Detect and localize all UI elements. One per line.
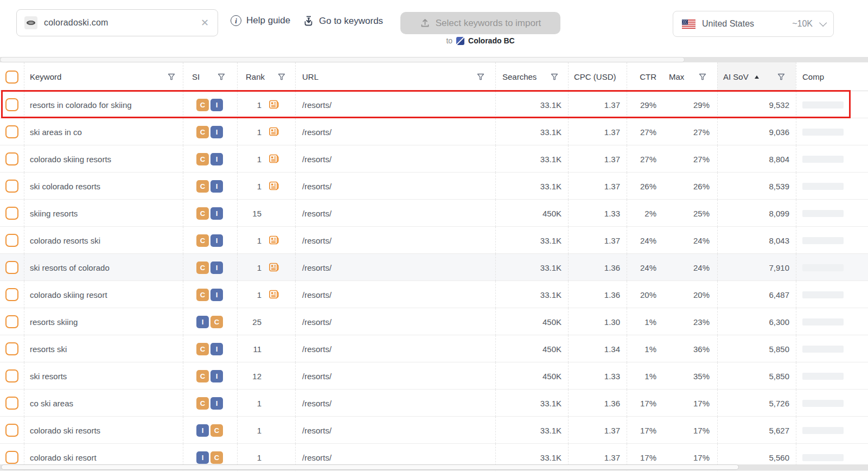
row-checkbox[interactable] bbox=[5, 397, 18, 410]
table-row[interactable]: colorado resorts ski CI 1 bbox=[0, 227, 868, 254]
serp-features-icon[interactable] bbox=[269, 181, 280, 192]
filter-icon[interactable] bbox=[551, 73, 558, 81]
domain-search-input[interactable]: coloradoski.com ✕ bbox=[16, 9, 218, 36]
filter-icon[interactable] bbox=[218, 73, 225, 81]
keyword-text[interactable]: resorts ski bbox=[24, 345, 67, 354]
column-header-ctr[interactable]: CTR bbox=[627, 62, 665, 91]
select-all-checkbox[interactable] bbox=[5, 71, 18, 84]
table-row[interactable]: resorts skiing IC 25 bbox=[0, 308, 868, 335]
serp-features-icon[interactable] bbox=[269, 235, 280, 246]
ctr-cell: 24% bbox=[627, 227, 665, 254]
table-row[interactable]: co ski areas CI 1 bbox=[0, 390, 868, 417]
cpc-value: 1.37 bbox=[569, 100, 627, 110]
column-header-keyword[interactable]: Keyword bbox=[24, 62, 183, 91]
table-row[interactable]: ski areas in co CI 1 bbox=[0, 118, 868, 145]
table-row[interactable]: colorado ski resorts IC 1 bbox=[0, 417, 868, 444]
clear-search-icon[interactable]: ✕ bbox=[200, 17, 210, 29]
filter-icon[interactable] bbox=[168, 73, 175, 81]
column-header-rank[interactable]: Rank bbox=[237, 62, 295, 91]
table-row[interactable]: ski colorado resorts CI 1 bbox=[0, 173, 868, 200]
table-row[interactable]: skiing resorts CI 15 bbox=[0, 200, 868, 227]
keyword-text[interactable]: resorts skiing bbox=[24, 317, 78, 327]
serp-features-icon[interactable] bbox=[269, 289, 280, 300]
url-text[interactable]: /resorts/ bbox=[296, 399, 331, 408]
keyword-text[interactable]: skiing resorts bbox=[24, 209, 78, 218]
table-row[interactable]: colorado skiing resorts CI 1 bbox=[0, 145, 868, 173]
go-to-keywords-button[interactable]: Go to keywords bbox=[303, 15, 383, 27]
column-header-ai-sov[interactable]: AI SoV bbox=[717, 62, 796, 91]
row-checkbox[interactable] bbox=[5, 315, 18, 328]
column-header-url[interactable]: URL bbox=[295, 62, 495, 91]
keyword-text[interactable]: colorado resorts ski bbox=[24, 236, 100, 245]
domain-search-value[interactable]: coloradoski.com bbox=[44, 18, 193, 28]
url-text[interactable]: /resorts/ bbox=[296, 263, 331, 272]
row-checkbox[interactable] bbox=[5, 261, 18, 274]
url-text[interactable]: /resorts/ bbox=[296, 290, 331, 299]
table-row[interactable]: ski resorts of colorado CI 1 bbox=[0, 254, 868, 281]
ai-sov-value: 9,532 bbox=[718, 100, 796, 110]
url-text[interactable]: /resorts/ bbox=[296, 372, 331, 381]
filter-icon[interactable] bbox=[278, 73, 285, 81]
country-volume-dropdown[interactable]: United States ~10K bbox=[673, 11, 834, 37]
column-header-comp[interactable]: Comp bbox=[796, 62, 868, 91]
column-header-searches[interactable]: Searches bbox=[495, 62, 568, 91]
row-checkbox[interactable] bbox=[5, 234, 18, 247]
scrollbar-thumb[interactable] bbox=[0, 57, 685, 62]
horizontal-scrollbar-bottom[interactable] bbox=[0, 464, 868, 470]
url-text[interactable]: /resorts/ bbox=[296, 127, 331, 137]
url-text[interactable]: /resorts/ bbox=[296, 236, 331, 245]
keyword-text[interactable]: resorts in colorado for skiing bbox=[24, 100, 132, 110]
table-row[interactable]: resorts in colorado for skiing CI 1 bbox=[0, 91, 868, 118]
serp-features-icon[interactable] bbox=[269, 262, 280, 273]
row-checkbox[interactable] bbox=[5, 152, 18, 165]
help-guide-button[interactable]: i Help guide bbox=[231, 15, 290, 26]
keyword-text[interactable]: colorado skiing resorts bbox=[24, 155, 111, 164]
row-checkbox[interactable] bbox=[5, 207, 18, 220]
table-row[interactable]: colorado skiing resort CI 1 bbox=[0, 281, 868, 308]
url-text[interactable]: /resorts/ bbox=[296, 155, 331, 164]
max-header-label: Max bbox=[665, 72, 684, 81]
keyword-text[interactable]: colorado ski resort bbox=[24, 453, 97, 462]
url-text[interactable]: /resorts/ bbox=[296, 182, 331, 191]
select-keywords-import-button[interactable]: Select keywords to import bbox=[400, 12, 560, 34]
column-header-si[interactable]: SI bbox=[183, 62, 237, 91]
filter-icon[interactable] bbox=[699, 73, 706, 81]
url-text[interactable]: /resorts/ bbox=[296, 209, 331, 218]
filter-icon[interactable] bbox=[777, 73, 785, 81]
serp-features-icon[interactable] bbox=[269, 154, 280, 164]
row-checkbox[interactable] bbox=[5, 125, 18, 138]
keyword-text[interactable]: ski resorts of colorado bbox=[24, 263, 110, 272]
keyword-text[interactable]: ski colorado resorts bbox=[24, 182, 100, 191]
competition-bar bbox=[802, 291, 844, 298]
row-checkbox[interactable] bbox=[5, 288, 18, 301]
table-row[interactable]: ski resorts CI 12 bbox=[0, 362, 868, 390]
row-checkbox[interactable] bbox=[5, 451, 18, 464]
keyword-text[interactable]: ski resorts bbox=[24, 372, 67, 381]
url-text[interactable]: /resorts/ bbox=[296, 426, 331, 435]
row-checkbox[interactable] bbox=[5, 369, 18, 382]
row-checkbox-cell bbox=[0, 118, 24, 145]
keyword-text[interactable]: ski areas in co bbox=[24, 127, 82, 137]
url-text[interactable]: /resorts/ bbox=[296, 100, 331, 110]
row-checkbox[interactable] bbox=[5, 424, 18, 437]
row-checkbox[interactable] bbox=[5, 180, 18, 193]
column-header-cpc[interactable]: CPC (USD) bbox=[568, 62, 627, 91]
filter-icon[interactable] bbox=[477, 73, 484, 81]
table-row[interactable]: resorts ski CI 11 bbox=[0, 335, 868, 362]
column-header-max[interactable]: Max bbox=[665, 62, 717, 91]
scrollbar-thumb[interactable] bbox=[1, 464, 739, 470]
serp-features-icon[interactable] bbox=[269, 126, 280, 137]
row-checkbox[interactable] bbox=[5, 342, 18, 355]
horizontal-scrollbar-top[interactable] bbox=[0, 57, 868, 62]
keyword-text[interactable]: colorado ski resorts bbox=[24, 426, 100, 435]
url-text[interactable]: /resorts/ bbox=[296, 453, 331, 462]
keyword-text[interactable]: co ski areas bbox=[24, 399, 73, 408]
row-checkbox[interactable] bbox=[5, 98, 18, 111]
cpc-value: 1.37 bbox=[569, 426, 627, 435]
rank-value: 1 bbox=[238, 453, 261, 462]
url-text[interactable]: /resorts/ bbox=[296, 345, 331, 354]
url-text[interactable]: /resorts/ bbox=[296, 317, 331, 327]
keyword-text[interactable]: colorado skiing resort bbox=[24, 290, 107, 299]
serp-features-icon[interactable] bbox=[269, 99, 280, 110]
searches-value: 33.1K bbox=[496, 182, 568, 191]
